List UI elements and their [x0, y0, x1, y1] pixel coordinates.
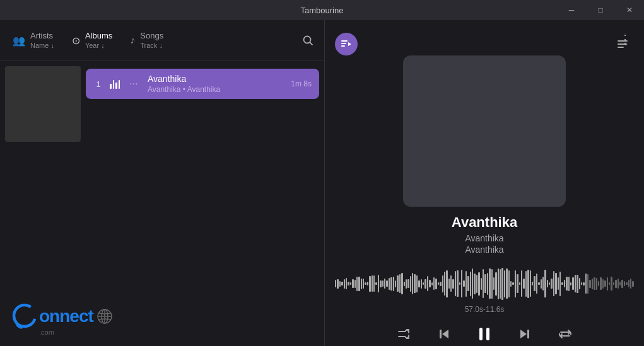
window-controls: ─ □ ✕ — [557, 0, 644, 20]
albums-sublabel: Year ↓ — [85, 42, 105, 49]
nav-bar: 👥 Artists Name ↓ ⊙ Albums Year ↓ ♪ Songs… — [0, 20, 324, 61]
songs-sublabel: Track ↓ — [140, 42, 163, 49]
next-button[interactable] — [512, 321, 537, 346]
nav-albums[interactable]: ⊙ Albums Year ↓ — [64, 27, 120, 54]
queue-icon — [340, 38, 353, 50]
track-title: Avanthika — [452, 214, 517, 231]
svg-marker-15 — [442, 330, 448, 338]
com: com — [41, 328, 54, 336]
songs-label: Songs — [140, 31, 163, 40]
play-pause-button[interactable] — [472, 321, 497, 346]
track-artist: Avanthika — [452, 233, 517, 243]
window-title: Tambourine — [301, 6, 344, 15]
more-options-button[interactable]: ⋮ — [614, 28, 636, 50]
svg-rect-16 — [440, 330, 442, 338]
svg-point-0 — [304, 37, 311, 43]
queue-button[interactable] — [335, 33, 358, 55]
albums-label: Albums — [85, 31, 112, 40]
song-track-num: 1 — [93, 79, 103, 89]
album-art-thumb — [5, 66, 81, 142]
song-row[interactable]: 1 ··· Avanthika Avanthika • — [86, 69, 319, 99]
connect-dot-com: .com — [39, 328, 114, 336]
waveform[interactable] — [335, 265, 634, 303]
playing-indicator — [110, 79, 120, 89]
nav-artists[interactable]: 👥 Artists Name ↓ — [5, 27, 62, 54]
song-more-button[interactable]: ··· — [126, 76, 141, 91]
song-meta: Avanthika • Avanthika — [148, 85, 284, 94]
song-album: Avanthika — [187, 85, 220, 94]
svg-rect-17 — [479, 328, 483, 340]
artists-label: Artists — [30, 31, 54, 40]
song-list-inner: 1 ··· Avanthika Avanthika • — [81, 66, 324, 101]
search-icon — [302, 35, 313, 46]
main-content: 👥 Artists Name ↓ ⊙ Albums Year ↓ ♪ Songs… — [0, 20, 644, 346]
prev-button[interactable] — [431, 321, 457, 346]
prev-icon — [436, 326, 452, 342]
waveform-times: 57.0s -11.6s — [455, 305, 515, 314]
shuffle-icon — [397, 327, 411, 341]
repeat-icon — [558, 327, 572, 341]
shuffle-button[interactable] — [391, 321, 416, 346]
title-bar: Tambourine ─ □ ✕ — [0, 0, 644, 20]
close-button[interactable]: ✕ — [615, 0, 644, 20]
left-panel: 👥 Artists Name ↓ ⊙ Albums Year ↓ ♪ Songs… — [0, 20, 325, 346]
svg-rect-9 — [341, 45, 345, 47]
song-artist: Avanthika — [148, 85, 180, 94]
song-separator: • — [183, 85, 187, 94]
connect-text: onnect — [39, 306, 93, 326]
next-icon — [517, 326, 532, 342]
right-panel: ⋮ — [325, 20, 644, 346]
svg-rect-18 — [486, 328, 489, 340]
albums-icon: ⊙ — [72, 35, 80, 47]
song-info: Avanthika Avanthika • Avanthika — [148, 74, 284, 94]
song-duration: 1m 8s — [291, 79, 312, 88]
svg-rect-7 — [341, 40, 348, 42]
track-album: Avanthika — [452, 245, 517, 255]
player-area: Avanthika Avanthika Avanthika 57.0s -11.… — [325, 20, 644, 346]
connect-logo-c — [10, 302, 39, 331]
svg-line-1 — [310, 43, 313, 45]
pause-icon — [475, 325, 494, 343]
maximize-button[interactable]: □ — [586, 0, 615, 20]
right-top-icons: ⋮ — [606, 20, 644, 58]
repeat-button[interactable] — [553, 321, 578, 346]
time-remaining: -11.6s — [483, 305, 504, 314]
playback-controls — [391, 321, 578, 346]
songs-icon: ♪ — [130, 35, 135, 46]
search-button[interactable] — [296, 29, 319, 52]
artists-sublabel: Name ↓ — [30, 42, 54, 49]
player-album-art — [403, 55, 566, 207]
time-current: 57.0s — [465, 305, 483, 314]
artists-icon: 👥 — [13, 35, 25, 47]
svg-marker-19 — [520, 330, 527, 338]
player-top-controls — [325, 25, 644, 55]
track-info: Avanthika Avanthika Avanthika — [452, 214, 517, 255]
waveform-container[interactable] — [325, 265, 644, 303]
song-title: Avanthika — [148, 74, 284, 84]
nav-songs[interactable]: ♪ Songs Track ↓ — [122, 27, 171, 54]
minimize-button[interactable]: ─ — [557, 0, 586, 20]
globe-icon — [96, 308, 114, 325]
svg-rect-20 — [527, 330, 529, 338]
svg-rect-8 — [341, 43, 346, 44]
svg-marker-10 — [348, 42, 351, 46]
logo-area: onnect .com — [10, 302, 114, 336]
